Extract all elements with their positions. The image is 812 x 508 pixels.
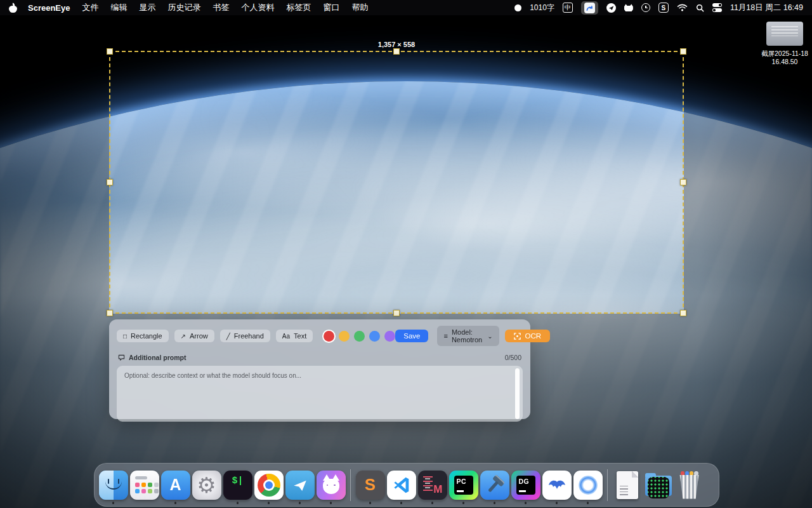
dock-item-markdown-editor[interactable]: M [417, 465, 448, 505]
color-swatch-purple[interactable] [384, 331, 395, 342]
hamburger-icon: ≡ [443, 332, 447, 340]
dock-item-system-settings[interactable]: ⚙ [191, 465, 222, 505]
control-center-icon[interactable] [712, 3, 722, 12]
dock-item-xcode[interactable] [479, 465, 510, 505]
dock-item-document[interactable] [612, 465, 643, 505]
dock-item-chrome[interactable] [253, 465, 284, 505]
freehand-tool-button[interactable]: ╱ Freehand [220, 330, 270, 342]
app-menu-title[interactable]: ScreenEye [28, 3, 70, 13]
arrow-tool-button[interactable]: ↗ Arrow [174, 330, 214, 342]
telegram-icon [285, 471, 315, 500]
selection-dimensions: 1,357 × 558 [378, 41, 415, 48]
prompt-textarea[interactable] [117, 366, 523, 422]
selection-handle-sw[interactable] [107, 310, 113, 316]
menu-edit[interactable]: 编辑 [111, 2, 128, 13]
input-method-icon[interactable]: 中 [563, 3, 573, 13]
cat-status-icon[interactable] [624, 4, 633, 11]
datagrip-icon: DG [511, 471, 540, 500]
settings-gear-icon: ⚙ [192, 471, 221, 500]
annotation-panel: □ Rectangle ↗ Arrow ╱ Freehand Aa Text [109, 319, 530, 419]
circle-status-icon[interactable] [514, 4, 521, 11]
selection-handle-n[interactable] [393, 48, 400, 55]
telegram-status-icon[interactable] [606, 3, 616, 13]
dock-item-orion-browser[interactable] [572, 465, 603, 505]
markdown-editor-icon: M [418, 471, 447, 500]
selection-handle-ne[interactable] [680, 48, 686, 55]
clock-status-icon[interactable] [641, 3, 650, 12]
dock-item-datagrip[interactable]: DG [510, 465, 541, 505]
menu-tabs[interactable]: 标签页 [287, 2, 311, 13]
dock-item-trash[interactable] [674, 465, 705, 505]
screenshot-thumbnail[interactable] [766, 22, 803, 46]
trash-icon [678, 471, 701, 499]
folder-app-icon [644, 471, 673, 500]
dock-item-vscode[interactable] [386, 465, 417, 505]
menu-profiles[interactable]: 个人资料 [242, 2, 275, 13]
app-store-icon: A [161, 471, 190, 500]
speech-bubble-icon [118, 354, 125, 361]
dock-item-sublime-text[interactable]: S [355, 465, 386, 505]
model-dropdown[interactable]: ≡ Model: Nemotron ⌄ [437, 326, 499, 346]
dock-separator [350, 469, 351, 501]
dock-item-bat-browser[interactable] [541, 465, 572, 505]
scan-icon [514, 333, 521, 340]
desktop-file-screenshot[interactable]: 截屏2025-11-18 16.48.50 [757, 22, 812, 66]
menu-view[interactable]: 显示 [140, 2, 156, 13]
menu-help[interactable]: 帮助 [352, 2, 369, 13]
selection-handle-s[interactable] [393, 310, 400, 316]
dock-item-terminal[interactable]: $| [222, 465, 253, 505]
dock-item-finder[interactable] [98, 465, 129, 505]
search-icon[interactable] [696, 4, 704, 12]
pycharm-icon: PC [449, 471, 478, 500]
rectangle-icon: □ [123, 333, 127, 340]
selection-handle-w[interactable] [107, 179, 113, 185]
rectangle-tool-button[interactable]: □ Rectangle [117, 330, 169, 342]
menu-file[interactable]: 文件 [82, 2, 99, 13]
text-tool-button[interactable]: Aa Text [276, 330, 313, 342]
dock-item-pycharm[interactable]: PC [448, 465, 479, 505]
orion-browser-icon [573, 471, 603, 500]
screeneye-status-icon[interactable] [581, 1, 598, 15]
selection-handle-se[interactable] [680, 310, 686, 316]
apple-logo-icon[interactable] [9, 3, 17, 13]
bat-browser-icon [542, 471, 572, 500]
dock-item-launchpad[interactable] [129, 465, 160, 505]
document-icon [617, 471, 638, 499]
sublime-text-icon: S [356, 471, 385, 500]
menubar-clock[interactable]: 11月18日 周二 16:49 [730, 3, 803, 13]
selection-handle-e[interactable] [680, 179, 686, 185]
arrow-icon: ↗ [181, 333, 186, 340]
dock: A ⚙ $| S [94, 463, 719, 507]
prompt-scrollbar[interactable] [515, 368, 520, 419]
shottr-status-icon[interactable]: S [658, 3, 669, 13]
screenshot-filename: 截屏2025-11-18 16.48.50 [757, 50, 812, 66]
dock-item-telegram[interactable] [284, 465, 315, 505]
color-swatch-blue[interactable] [369, 331, 380, 342]
dock-item-app-store[interactable]: A [160, 465, 191, 505]
dock-item-folder-app[interactable] [643, 465, 674, 505]
launchpad-icon [130, 471, 159, 500]
menu-history[interactable]: 历史记录 [168, 2, 201, 13]
save-button[interactable]: Save [395, 330, 428, 342]
ocr-button[interactable]: OCR [505, 330, 551, 342]
wifi-icon[interactable] [677, 4, 688, 11]
xcode-hammer-icon [480, 471, 509, 500]
selection-handle-nw[interactable] [107, 48, 113, 55]
char-counter: 0/500 [505, 354, 521, 361]
additional-prompt-label: Additional prompt [129, 354, 186, 361]
color-swatches [324, 331, 395, 342]
color-swatch-green[interactable] [354, 331, 365, 342]
dock-item-cat-app[interactable] [315, 465, 346, 505]
terminal-icon: $| [223, 471, 252, 500]
menu-window[interactable]: 窗口 [324, 2, 340, 13]
color-swatch-red[interactable] [324, 331, 334, 342]
desktop: 截屏2025-11-18 16.48.50 1,357 × 558 □ Rect… [0, 0, 812, 508]
capture-selection[interactable]: 1,357 × 558 [109, 51, 684, 314]
chevron-down-icon: ⌄ [487, 333, 492, 340]
color-swatch-yellow[interactable] [339, 331, 350, 342]
freehand-icon: ╱ [226, 333, 230, 340]
menu-bookmarks[interactable]: 书签 [213, 2, 230, 13]
menu-bar: ScreenEye 文件 编辑 显示 历史记录 书签 个人资料 标签页 窗口 帮… [0, 0, 812, 15]
word-count-status[interactable]: 1010字 [530, 3, 554, 13]
chrome-icon [254, 471, 284, 500]
